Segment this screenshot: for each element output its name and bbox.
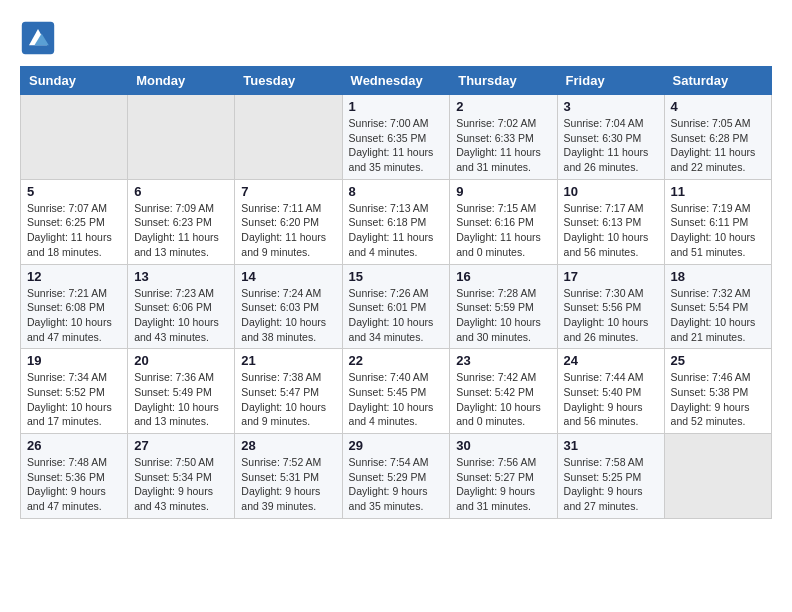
calendar-cell: 21Sunrise: 7:38 AM Sunset: 5:47 PM Dayli…: [235, 349, 342, 434]
day-number: 1: [349, 99, 444, 114]
calendar-cell: 30Sunrise: 7:56 AM Sunset: 5:27 PM Dayli…: [450, 434, 557, 519]
calendar-cell: [128, 95, 235, 180]
day-number: 12: [27, 269, 121, 284]
day-info: Sunrise: 7:09 AM Sunset: 6:23 PM Dayligh…: [134, 201, 228, 260]
day-info: Sunrise: 7:13 AM Sunset: 6:18 PM Dayligh…: [349, 201, 444, 260]
calendar-cell: 16Sunrise: 7:28 AM Sunset: 5:59 PM Dayli…: [450, 264, 557, 349]
calendar-cell: 18Sunrise: 7:32 AM Sunset: 5:54 PM Dayli…: [664, 264, 771, 349]
day-number: 13: [134, 269, 228, 284]
day-info: Sunrise: 7:48 AM Sunset: 5:36 PM Dayligh…: [27, 455, 121, 514]
day-info: Sunrise: 7:19 AM Sunset: 6:11 PM Dayligh…: [671, 201, 765, 260]
calendar-cell: 11Sunrise: 7:19 AM Sunset: 6:11 PM Dayli…: [664, 179, 771, 264]
weekday-header-row: SundayMondayTuesdayWednesdayThursdayFrid…: [21, 67, 772, 95]
day-info: Sunrise: 7:42 AM Sunset: 5:42 PM Dayligh…: [456, 370, 550, 429]
day-number: 2: [456, 99, 550, 114]
day-info: Sunrise: 7:17 AM Sunset: 6:13 PM Dayligh…: [564, 201, 658, 260]
weekday-header-sunday: Sunday: [21, 67, 128, 95]
day-number: 23: [456, 353, 550, 368]
day-number: 18: [671, 269, 765, 284]
calendar-cell: 27Sunrise: 7:50 AM Sunset: 5:34 PM Dayli…: [128, 434, 235, 519]
week-row-5: 26Sunrise: 7:48 AM Sunset: 5:36 PM Dayli…: [21, 434, 772, 519]
day-number: 17: [564, 269, 658, 284]
day-info: Sunrise: 7:44 AM Sunset: 5:40 PM Dayligh…: [564, 370, 658, 429]
calendar-cell: [235, 95, 342, 180]
day-number: 25: [671, 353, 765, 368]
day-info: Sunrise: 7:36 AM Sunset: 5:49 PM Dayligh…: [134, 370, 228, 429]
day-number: 11: [671, 184, 765, 199]
calendar-cell: 12Sunrise: 7:21 AM Sunset: 6:08 PM Dayli…: [21, 264, 128, 349]
day-number: 10: [564, 184, 658, 199]
day-number: 7: [241, 184, 335, 199]
day-number: 27: [134, 438, 228, 453]
weekday-header-wednesday: Wednesday: [342, 67, 450, 95]
day-number: 26: [27, 438, 121, 453]
calendar-cell: 5Sunrise: 7:07 AM Sunset: 6:25 PM Daylig…: [21, 179, 128, 264]
day-info: Sunrise: 7:30 AM Sunset: 5:56 PM Dayligh…: [564, 286, 658, 345]
day-number: 22: [349, 353, 444, 368]
calendar-cell: 14Sunrise: 7:24 AM Sunset: 6:03 PM Dayli…: [235, 264, 342, 349]
day-number: 20: [134, 353, 228, 368]
calendar-cell: 6Sunrise: 7:09 AM Sunset: 6:23 PM Daylig…: [128, 179, 235, 264]
calendar-cell: 8Sunrise: 7:13 AM Sunset: 6:18 PM Daylig…: [342, 179, 450, 264]
logo: [20, 20, 60, 56]
calendar-cell: 20Sunrise: 7:36 AM Sunset: 5:49 PM Dayli…: [128, 349, 235, 434]
day-number: 30: [456, 438, 550, 453]
calendar-cell: 29Sunrise: 7:54 AM Sunset: 5:29 PM Dayli…: [342, 434, 450, 519]
day-info: Sunrise: 7:28 AM Sunset: 5:59 PM Dayligh…: [456, 286, 550, 345]
weekday-header-thursday: Thursday: [450, 67, 557, 95]
calendar-cell: 7Sunrise: 7:11 AM Sunset: 6:20 PM Daylig…: [235, 179, 342, 264]
day-info: Sunrise: 7:38 AM Sunset: 5:47 PM Dayligh…: [241, 370, 335, 429]
day-info: Sunrise: 7:15 AM Sunset: 6:16 PM Dayligh…: [456, 201, 550, 260]
calendar-cell: 28Sunrise: 7:52 AM Sunset: 5:31 PM Dayli…: [235, 434, 342, 519]
day-number: 29: [349, 438, 444, 453]
day-number: 28: [241, 438, 335, 453]
day-info: Sunrise: 7:34 AM Sunset: 5:52 PM Dayligh…: [27, 370, 121, 429]
weekday-header-monday: Monday: [128, 67, 235, 95]
day-info: Sunrise: 7:11 AM Sunset: 6:20 PM Dayligh…: [241, 201, 335, 260]
day-number: 15: [349, 269, 444, 284]
day-info: Sunrise: 7:00 AM Sunset: 6:35 PM Dayligh…: [349, 116, 444, 175]
calendar-table: SundayMondayTuesdayWednesdayThursdayFrid…: [20, 66, 772, 519]
calendar-cell: 17Sunrise: 7:30 AM Sunset: 5:56 PM Dayli…: [557, 264, 664, 349]
calendar-cell: 31Sunrise: 7:58 AM Sunset: 5:25 PM Dayli…: [557, 434, 664, 519]
calendar-cell: 24Sunrise: 7:44 AM Sunset: 5:40 PM Dayli…: [557, 349, 664, 434]
calendar-cell: 9Sunrise: 7:15 AM Sunset: 6:16 PM Daylig…: [450, 179, 557, 264]
day-number: 4: [671, 99, 765, 114]
day-info: Sunrise: 7:02 AM Sunset: 6:33 PM Dayligh…: [456, 116, 550, 175]
day-info: Sunrise: 7:32 AM Sunset: 5:54 PM Dayligh…: [671, 286, 765, 345]
day-number: 31: [564, 438, 658, 453]
weekday-header-tuesday: Tuesday: [235, 67, 342, 95]
day-info: Sunrise: 7:24 AM Sunset: 6:03 PM Dayligh…: [241, 286, 335, 345]
day-number: 6: [134, 184, 228, 199]
page-header: [20, 20, 772, 56]
day-info: Sunrise: 7:05 AM Sunset: 6:28 PM Dayligh…: [671, 116, 765, 175]
day-info: Sunrise: 7:46 AM Sunset: 5:38 PM Dayligh…: [671, 370, 765, 429]
calendar-cell: 1Sunrise: 7:00 AM Sunset: 6:35 PM Daylig…: [342, 95, 450, 180]
calendar-cell: 19Sunrise: 7:34 AM Sunset: 5:52 PM Dayli…: [21, 349, 128, 434]
day-info: Sunrise: 7:23 AM Sunset: 6:06 PM Dayligh…: [134, 286, 228, 345]
calendar-cell: 13Sunrise: 7:23 AM Sunset: 6:06 PM Dayli…: [128, 264, 235, 349]
day-info: Sunrise: 7:52 AM Sunset: 5:31 PM Dayligh…: [241, 455, 335, 514]
logo-icon: [20, 20, 56, 56]
calendar-cell: 2Sunrise: 7:02 AM Sunset: 6:33 PM Daylig…: [450, 95, 557, 180]
calendar-cell: 4Sunrise: 7:05 AM Sunset: 6:28 PM Daylig…: [664, 95, 771, 180]
weekday-header-friday: Friday: [557, 67, 664, 95]
calendar-cell: 25Sunrise: 7:46 AM Sunset: 5:38 PM Dayli…: [664, 349, 771, 434]
day-info: Sunrise: 7:40 AM Sunset: 5:45 PM Dayligh…: [349, 370, 444, 429]
calendar-cell: [21, 95, 128, 180]
day-number: 19: [27, 353, 121, 368]
calendar-cell: 23Sunrise: 7:42 AM Sunset: 5:42 PM Dayli…: [450, 349, 557, 434]
day-info: Sunrise: 7:04 AM Sunset: 6:30 PM Dayligh…: [564, 116, 658, 175]
day-number: 3: [564, 99, 658, 114]
day-info: Sunrise: 7:54 AM Sunset: 5:29 PM Dayligh…: [349, 455, 444, 514]
day-number: 9: [456, 184, 550, 199]
day-info: Sunrise: 7:50 AM Sunset: 5:34 PM Dayligh…: [134, 455, 228, 514]
day-info: Sunrise: 7:26 AM Sunset: 6:01 PM Dayligh…: [349, 286, 444, 345]
calendar-cell: 26Sunrise: 7:48 AM Sunset: 5:36 PM Dayli…: [21, 434, 128, 519]
day-info: Sunrise: 7:07 AM Sunset: 6:25 PM Dayligh…: [27, 201, 121, 260]
calendar-cell: [664, 434, 771, 519]
calendar-cell: 15Sunrise: 7:26 AM Sunset: 6:01 PM Dayli…: [342, 264, 450, 349]
week-row-1: 1Sunrise: 7:00 AM Sunset: 6:35 PM Daylig…: [21, 95, 772, 180]
day-number: 16: [456, 269, 550, 284]
calendar-cell: 22Sunrise: 7:40 AM Sunset: 5:45 PM Dayli…: [342, 349, 450, 434]
